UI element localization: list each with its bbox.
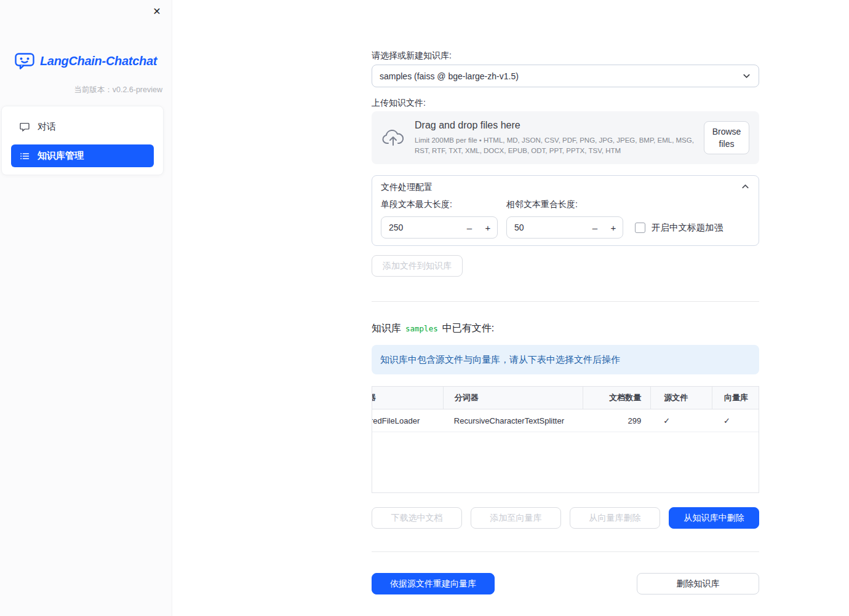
cell-vector-store-check: ✓ [712,409,759,432]
expander-title: 文件处理配置 [381,182,432,193]
table-header-row: 器 分词器 文档数量 源文件 向量库 [372,387,759,409]
browse-files-button[interactable]: Browse files [704,121,749,155]
max-length-value: 250 [381,223,460,232]
uploader-limit: Limit 200MB per file • HTML, MD, JSON, C… [415,135,694,155]
decrement-button[interactable]: – [586,217,604,238]
logo-text: LangChain-Chatchat [40,54,157,68]
download-selected-button[interactable]: 下载选中文档 [372,507,462,529]
delete-from-vector-store-button[interactable]: 从向量库删除 [570,507,660,529]
sidebar-menu: 对话 知识库管理 [1,106,164,175]
sidebar-close-button[interactable]: ✕ [149,4,164,18]
list-icon [20,151,30,161]
version-label: 当前版本：v0.2.6-preview [74,85,162,95]
chat-bubble-icon [20,122,30,132]
header-label: 器 [372,392,376,403]
max-length-label: 单段文本最大长度: [381,199,498,211]
table-header-loader[interactable]: 器 [372,387,443,409]
close-icon: ✕ [153,6,161,17]
menu-item-label: 对话 [38,121,56,133]
sidebar-item-kb-management[interactable]: 知识库管理 [11,144,154,167]
upload-label: 上传知识文件: [372,98,426,109]
cell-source-file-check: ✓ [650,409,712,432]
uploader-text: Drag and drop files here Limit 200MB per… [415,120,694,155]
cell-text: RecursiveCharacterTextSplitter [454,416,564,425]
info-box: 知识库中包含源文件与向量库，请从下表中选择文件后操作 [372,345,759,374]
overlap-label: 相邻文本重合长度: [506,199,623,211]
chat-logo-icon [15,53,34,69]
sidebar: ✕ LangChain-Chatchat 当前版本：v0.2.6-preview [0,0,172,616]
delete-from-kb-button[interactable]: 从知识库中删除 [669,507,759,529]
table-header-doc-count[interactable]: 文档数量 [583,387,650,409]
overlap-input[interactable]: 50 – + [506,216,623,239]
app-logo: LangChain-Chatchat [0,53,172,69]
kb-selectbox-value: samples (faiss @ bge-large-zh-v1.5) [380,71,742,81]
kb-files-heading: 知识库 samples 中已有文件: [372,322,494,335]
divider [372,301,759,302]
table-header-vector-store[interactable]: 向量库 [712,387,759,409]
cell-text: redFileLoader [372,416,420,425]
rebuild-vector-store-button[interactable]: 依据源文件重建向量库 [372,573,495,594]
increment-button[interactable]: + [479,217,497,238]
kb-select-label: 请选择或新建知识库: [372,50,452,61]
kb-selectbox[interactable]: samples (faiss @ bge-large-zh-v1.5) [372,65,759,87]
sidebar-item-dialogue[interactable]: 对话 [11,114,154,140]
divider [372,551,759,552]
decrement-button[interactable]: – [460,217,479,238]
max-length-field: 单段文本最大长度: 250 – + [381,199,498,239]
overlap-value: 50 [507,223,586,232]
version-prefix: 当前版本： [74,85,113,94]
chevron-down-icon [742,71,751,81]
cell-doc-count: 299 [583,409,650,432]
cloud-upload-icon [381,128,405,147]
files-table[interactable]: 器 分词器 文档数量 源文件 向量库 redFileLoader Recursi… [372,386,759,493]
heading-suffix: 中已有文件: [442,322,494,335]
chevron-up-icon [741,182,750,193]
header-label: 文档数量 [609,392,641,403]
expander-body: 单段文本最大长度: 250 – + 相邻文本重合长度: 50 – + [372,199,759,245]
expander-header[interactable]: 文件处理配置 [372,176,759,199]
check-mark: ✓ [723,416,730,425]
table-header-splitter[interactable]: 分词器 [443,387,583,409]
file-uploader-dropzone[interactable]: Drag and drop files here Limit 200MB per… [372,111,759,164]
heading-prefix: 知识库 [372,322,401,335]
checkbox-label: 开启中文标题加强 [652,222,723,234]
header-label: 分词器 [455,392,479,403]
kb-name-code: samples [405,324,438,333]
file-action-buttons: 下载选中文档 添加至向量库 从向量库删除 从知识库中删除 [372,507,759,529]
table-row[interactable]: redFileLoader RecursiveCharacterTextSpli… [372,409,759,432]
app-root: ✕ LangChain-Chatchat 当前版本：v0.2.6-preview [0,0,849,616]
check-mark: ✓ [663,416,670,425]
table-header-source-file[interactable]: 源文件 [650,387,712,409]
main-content: 请选择或新建知识库: samples (faiss @ bge-large-zh… [372,0,759,616]
header-label: 向量库 [724,392,748,403]
file-config-expander: 文件处理配置 单段文本最大长度: 250 – + 相邻文本重合长度: [372,175,759,246]
add-files-button[interactable]: 添加文件到知识库 [372,255,463,277]
cell-loader: redFileLoader [372,409,443,432]
cell-splitter: RecursiveCharacterTextSplitter [443,409,583,432]
delete-kb-button[interactable]: 删除知识库 [637,573,759,594]
zh-title-enhance-checkbox[interactable]: 开启中文标题加强 [635,222,723,234]
menu-item-label: 知识库管理 [38,150,84,162]
increment-button[interactable]: + [604,217,623,238]
uploader-title: Drag and drop files here [415,120,694,131]
version-value: v0.2.6-preview [113,85,162,94]
info-text: 知识库中包含源文件与向量库，请从下表中选择文件后操作 [380,354,620,366]
checkbox-icon [635,223,645,233]
header-label: 源文件 [664,392,688,403]
overlap-field: 相邻文本重合长度: 50 – + [506,199,623,239]
cell-text: 299 [628,416,642,425]
max-length-input[interactable]: 250 – + [381,216,498,239]
add-to-vector-store-button[interactable]: 添加至向量库 [471,507,561,529]
